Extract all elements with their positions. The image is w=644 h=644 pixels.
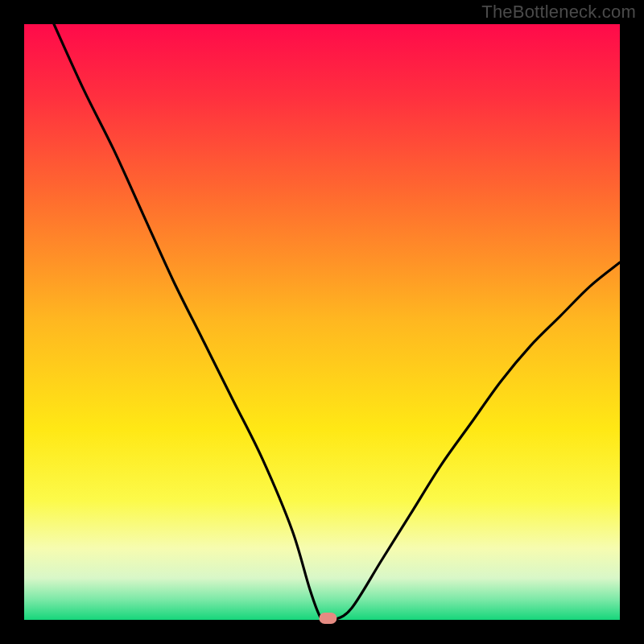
plot-background xyxy=(24,24,620,620)
minimum-marker xyxy=(319,613,336,624)
watermark-text: TheBottleneck.com xyxy=(481,2,636,23)
chart-svg xyxy=(0,0,644,644)
chart-frame: TheBottleneck.com xyxy=(0,0,644,644)
